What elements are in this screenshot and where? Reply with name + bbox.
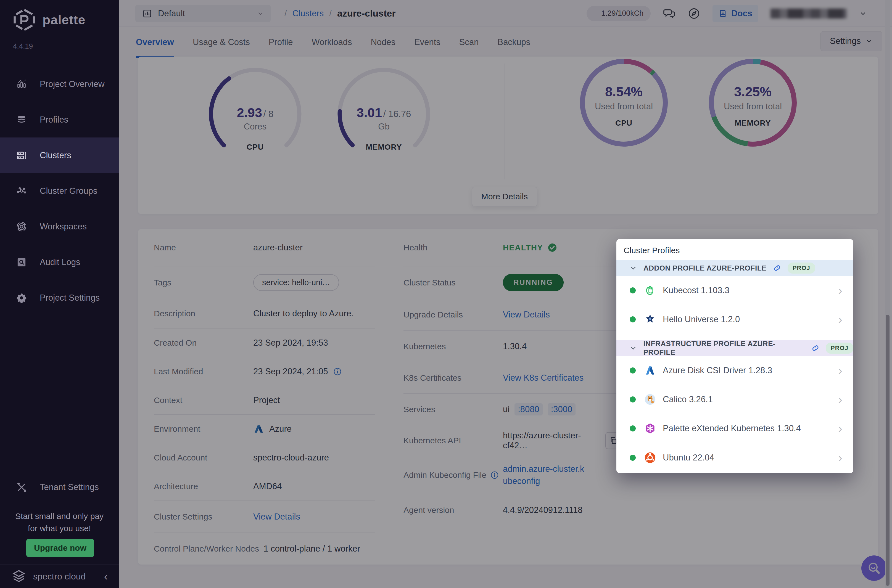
sidebar-item-clusters[interactable]: Clusters: [0, 138, 119, 173]
chevron-right-icon: ›: [838, 393, 842, 405]
link-icon: [773, 264, 782, 273]
network-icon: [16, 186, 27, 196]
profile-layer-calico[interactable]: Calico 3.26.1 ›: [616, 385, 853, 414]
azure-disk-icon: [643, 364, 657, 377]
sidebar-item-label: Project Settings: [40, 293, 100, 303]
scope-badge: PROJ: [788, 262, 815, 274]
clusters-icon: [16, 150, 27, 161]
upgrade-now-button[interactable]: Upgrade now: [26, 539, 94, 557]
link-icon: [811, 344, 820, 352]
chevron-right-icon: ›: [838, 284, 842, 297]
audit-log-icon: [16, 257, 27, 268]
app-version: 4.4.19: [13, 42, 33, 51]
sidebar-item-label: Profiles: [40, 115, 68, 125]
popup-title: Cluster Profiles: [616, 239, 853, 260]
sidebar-item-label: Audit Logs: [40, 257, 80, 267]
palette-kubernetes-icon: [643, 422, 657, 435]
profile-layer-hello-universe[interactable]: Hello Universe 1.2.0 ›: [616, 305, 853, 334]
status-dot: [630, 316, 636, 322]
status-dot: [630, 425, 636, 432]
layers-icon: [16, 114, 27, 125]
chevron-down-icon: [629, 344, 637, 352]
status-dot: [630, 454, 636, 461]
sidebar-item-workspaces[interactable]: Workspaces: [0, 209, 119, 244]
spectro-cloud-wordmark: spectro cloud: [33, 572, 86, 582]
sidebar-item-label: Workspaces: [40, 222, 87, 232]
profile-layer-kubecost[interactable]: Kubecost 1.103.3 ›: [616, 276, 853, 305]
cluster-profiles-popup: Cluster Profiles ADDON PROFILE AZURE-PRO…: [616, 239, 853, 473]
sidebar-nav: Project Overview Profiles Clusters Clust…: [0, 66, 119, 315]
status-dot: [630, 368, 636, 374]
sidebar-item-profiles[interactable]: Profiles: [0, 102, 119, 138]
status-dot: [630, 396, 636, 402]
orbit-icon: [16, 221, 27, 232]
sidebar-item-project-overview[interactable]: Project Overview: [0, 66, 119, 102]
hello-universe-icon: [643, 313, 657, 326]
sidebar-item-audit-logs[interactable]: Audit Logs: [0, 244, 119, 280]
palette-logo: palette: [12, 8, 85, 32]
upgrade-promo-text: Start small and only pay for what you us…: [0, 510, 119, 534]
profile-layer-azure-disk[interactable]: Azure Disk CSI Driver 1.28.3 ›: [616, 356, 853, 385]
spectro-cloud-logo-icon: [11, 568, 27, 584]
sidebar-item-label: Clusters: [40, 150, 71, 160]
sidebar-item-label: Project Overview: [40, 79, 104, 89]
sidebar-tenant-group: Tenant Settings: [0, 469, 119, 505]
sidebar-item-label: Tenant Settings: [40, 482, 99, 492]
chevron-right-icon: ›: [838, 422, 842, 435]
status-dot: [630, 287, 636, 294]
scope-badge: PROJ: [826, 343, 853, 354]
chevron-right-icon: ›: [838, 314, 842, 326]
addon-profile-header[interactable]: ADDON PROFILE AZURE-PROFILE PROJ: [616, 260, 853, 276]
sidebar-item-cluster-groups[interactable]: Cluster Groups: [0, 173, 119, 209]
infrastructure-profile-header[interactable]: INFRASTRUCTURE PROFILE AZURE-PROFILE PRO…: [616, 340, 853, 356]
sidebar-item-tenant-settings[interactable]: Tenant Settings: [0, 469, 119, 505]
profile-layer-ubuntu[interactable]: Ubuntu 22.04 ›: [616, 443, 853, 472]
chevron-right-icon: ›: [838, 452, 842, 464]
collapse-sidebar-icon[interactable]: ‹: [104, 570, 108, 583]
sidebar-item-label: Cluster Groups: [40, 186, 97, 196]
chevron-down-icon: [629, 264, 637, 272]
sidebar-footer: spectro cloud ‹: [0, 564, 119, 588]
kubecost-icon: [643, 284, 657, 297]
logo-wordmark: palette: [42, 12, 85, 27]
tools-icon: [16, 482, 27, 493]
ubuntu-icon: [643, 451, 657, 464]
calico-icon: [643, 393, 657, 406]
chevron-right-icon: ›: [838, 364, 842, 376]
profile-layer-pxk[interactable]: Palette eXtended Kubernetes 1.30.4 ›: [616, 414, 853, 443]
gear-icon: [16, 292, 27, 303]
bar-chart-icon: [16, 79, 27, 90]
sidebar: palette 4.4.19 Project Overview Profiles…: [0, 0, 119, 588]
palette-logo-icon: [12, 8, 36, 32]
palette-app: palette 4.4.19 Project Overview Profiles…: [0, 0, 892, 588]
main-area: Default / Clusters / azure-cluster 1.29/…: [119, 0, 892, 588]
sidebar-item-project-settings[interactable]: Project Settings: [0, 280, 119, 315]
